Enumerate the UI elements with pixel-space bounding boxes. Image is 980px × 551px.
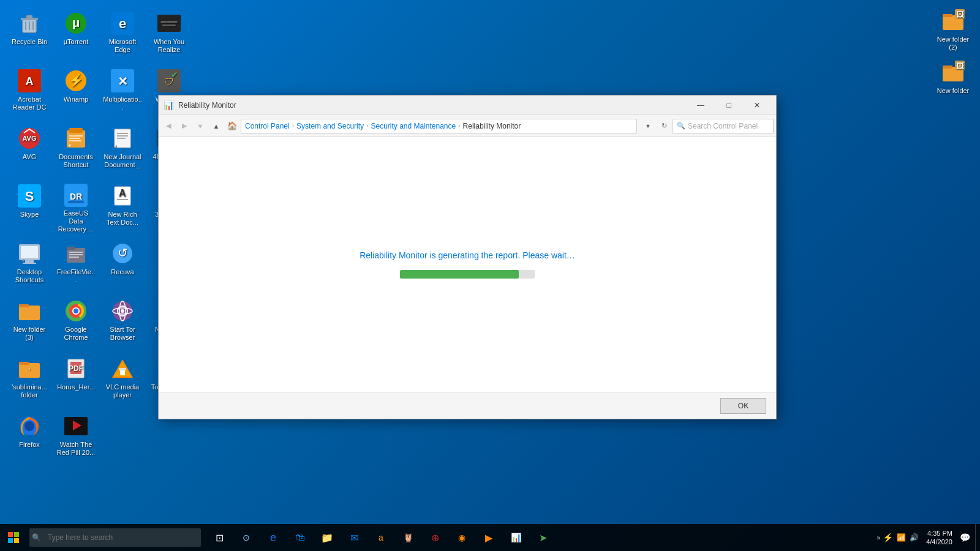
desktop-icon-horus[interactable]: PDF Horus_Her... xyxy=(54,353,98,408)
taskview-button[interactable]: ⊡ xyxy=(206,524,233,551)
action-center-icon[interactable]: 💬 xyxy=(960,533,970,542)
acrobat-label: Acrobat Reader DC xyxy=(10,96,49,111)
tray-network-icon[interactable]: 📶 xyxy=(897,533,906,542)
svg-rect-57 xyxy=(69,254,83,255)
desktop-icon-new-folder-3[interactable]: New folder (3) xyxy=(7,295,51,350)
recycle-bin-icon xyxy=(17,11,42,36)
desktop-icon-skype[interactable]: S Skype xyxy=(7,180,51,235)
freefileview-icon xyxy=(64,241,88,266)
watch-red-pill-label: Watch The Red Pill 20... xyxy=(56,441,96,457)
minimize-button[interactable]: — xyxy=(687,96,715,115)
search-field[interactable]: 🔍 Search Control Panel xyxy=(673,119,774,133)
tray-notification-icon[interactable]: ⚡ xyxy=(883,533,893,542)
svg-rect-25 xyxy=(69,128,83,133)
clock-time: 4:35 PM xyxy=(926,529,952,538)
address-path[interactable]: Control Panel › System and Security › Se… xyxy=(241,119,637,133)
forward-button[interactable]: ▶ xyxy=(177,119,192,133)
svg-rect-52 xyxy=(23,263,36,264)
svg-rect-31 xyxy=(117,133,128,134)
new-folder-3-icon xyxy=(17,299,42,323)
up-button[interactable]: ▲ xyxy=(209,119,224,133)
desktop-icon-new-journal-document[interactable]: New Journal Document _ xyxy=(100,122,145,178)
store-taskbar-button[interactable]: 🛍 xyxy=(287,524,314,551)
desktop-icon-when-you-realize[interactable]: ═══ ▬▬▬ When You Realize xyxy=(147,7,191,62)
breadcrumb-system-security[interactable]: System and Security xyxy=(296,122,364,130)
desktop-icon-edge[interactable]: e Microsoft Edge xyxy=(100,7,145,62)
documents-shortcut-icon xyxy=(64,126,88,151)
show-desktop-button[interactable] xyxy=(975,524,980,551)
loading-message: Reliability Monitor is generating the re… xyxy=(360,250,575,260)
tray-icons: ⚡ 📶 🔊 xyxy=(883,533,919,542)
up-recent-button[interactable]: ▼ xyxy=(193,119,208,133)
desktop-icon-recycle-bin[interactable]: Recycle Bin xyxy=(7,7,51,62)
opera2-taskbar-button[interactable]: ◉ xyxy=(448,524,475,551)
mail-taskbar-button[interactable]: ✉ xyxy=(341,524,368,551)
close-button[interactable]: ✕ xyxy=(743,96,771,115)
subliminal-folder-icon: ' xyxy=(17,356,42,381)
desktop-icon-start-tor-browser[interactable]: Start Tor Browser xyxy=(100,295,145,350)
desktop-icon-subliminal-folder[interactable]: ' 'sublimina... folder xyxy=(7,353,51,408)
desktop-icon-new-folder-right2[interactable]: 🖼 New folder xyxy=(931,56,975,97)
right-icon-group: 🖼 New folder (2) 🖼 New folder xyxy=(931,5,975,98)
breadcrumb-security-maintenance[interactable]: Security and Maintenance xyxy=(371,122,456,130)
svg-text:': ' xyxy=(29,368,30,375)
taskbar-search-icon: 🔍 xyxy=(32,533,41,542)
window-titlebar: 📊 Reliability Monitor — □ ✕ xyxy=(159,96,776,115)
winamp-label: Winamp xyxy=(64,96,88,103)
windows-update-icon: 🛡 ✔ xyxy=(157,69,181,93)
svg-rect-51 xyxy=(25,260,34,263)
watch-red-pill-icon xyxy=(64,414,88,438)
maximize-button[interactable]: □ xyxy=(715,96,743,115)
search-container[interactable]: 🔍 xyxy=(27,528,203,547)
desktop-icon-new-folder-right[interactable]: 🖼 New folder (2) xyxy=(931,5,975,54)
desktop-icon-firefox[interactable]: Firefox xyxy=(7,410,51,465)
taskbar-search-input[interactable] xyxy=(29,528,201,547)
google-chrome-label: Google Chrome xyxy=(56,326,96,342)
back-button[interactable]: ◀ xyxy=(161,119,176,133)
new-journal-document-icon xyxy=(110,126,135,151)
dropdown-button[interactable]: ▼ xyxy=(641,119,655,133)
desktop-icon-acrobat[interactable]: A Acrobat Reader DC xyxy=(7,65,51,120)
desktop-icon-desktop-shortcuts[interactable]: Desktop Shortcuts xyxy=(7,238,51,293)
desktop-icon-multiplication[interactable]: ✕ Multiplicatio... xyxy=(100,65,145,120)
new-folder-right-label: New folder (2) xyxy=(933,36,973,51)
desktop-icon-winamp[interactable]: ⚡ Winamp xyxy=(54,65,98,120)
desktop-icon-easeus[interactable]: DR EaseUS Data Recovery ... xyxy=(54,180,98,235)
firefox-icon xyxy=(17,414,42,438)
cortana-button[interactable]: ⊙ xyxy=(233,524,260,551)
desktop-icon-utorrent[interactable]: μ µTorrent xyxy=(54,7,98,62)
svg-rect-104 xyxy=(14,538,19,543)
desktop-icon-google-chrome[interactable]: Google Chrome xyxy=(54,295,98,350)
system-clock[interactable]: 4:35 PM 4/4/2020 xyxy=(921,529,957,547)
svg-rect-78 xyxy=(19,362,29,365)
desktop-shortcuts-label: Desktop Shortcuts xyxy=(10,268,49,284)
ok-button[interactable]: OK xyxy=(720,398,766,414)
show-hidden-icons[interactable]: » xyxy=(877,534,881,541)
tray-volume-icon[interactable]: 🔊 xyxy=(910,533,919,542)
vlc-taskbar-button[interactable]: ▶ xyxy=(475,524,502,551)
edge-taskbar-button[interactable]: e xyxy=(260,524,287,551)
desktop-icon-documents-shortcut[interactable]: Documents Shortcut xyxy=(54,122,98,178)
arrow-taskbar-button[interactable]: ➤ xyxy=(529,524,556,551)
desktop-icon-watch-red-pill[interactable]: Watch The Red Pill 20... xyxy=(54,410,98,465)
desktop-shortcuts-icon xyxy=(17,241,42,266)
opera-taskbar-button[interactable]: ⊕ xyxy=(421,524,448,551)
reliability-taskbar-button[interactable]: 📊 xyxy=(502,524,529,551)
tripadvisor-taskbar-button[interactable]: 🦉 xyxy=(394,524,421,551)
desktop-icon-avg[interactable]: AVG AVG xyxy=(7,122,51,178)
folder-taskbar-button[interactable]: 📁 xyxy=(314,524,341,551)
start-button[interactable] xyxy=(0,524,27,551)
utorrent-icon: μ xyxy=(64,11,88,36)
recycle-bin-label: Recycle Bin xyxy=(12,38,47,46)
desktop-icon-freefileview[interactable]: FreeFileVie... xyxy=(54,238,98,293)
edge-icon: e xyxy=(110,11,135,36)
desktop-icon-new-rich-text[interactable]: A New Rich Text Doc... xyxy=(100,180,145,235)
svg-rect-94 xyxy=(943,14,952,17)
svg-text:🖼: 🖼 xyxy=(956,10,964,19)
svg-point-72 xyxy=(121,309,124,313)
desktop-icon-vlc[interactable]: VLC media player xyxy=(100,353,145,408)
desktop-icon-recuva[interactable]: ↺ Recuva xyxy=(100,238,145,293)
amazon-taskbar-button[interactable]: a xyxy=(368,524,394,551)
breadcrumb-control-panel[interactable]: Control Panel xyxy=(245,122,290,130)
refresh-button[interactable]: ↻ xyxy=(657,119,671,133)
